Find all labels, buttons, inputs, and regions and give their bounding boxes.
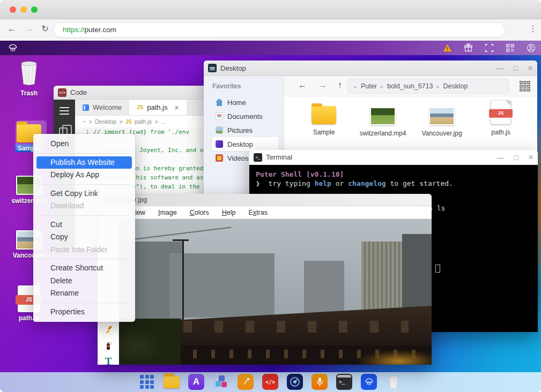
menu-item-cut[interactable]: Cut bbox=[33, 218, 135, 231]
qr-code-icon[interactable] bbox=[506, 43, 515, 52]
forward-icon[interactable]: → bbox=[318, 80, 327, 90]
menu-item-download[interactable]: Download bbox=[33, 200, 135, 213]
menu-item-delete[interactable]: Delete bbox=[33, 275, 135, 288]
minimize-window-button[interactable] bbox=[20, 6, 27, 13]
terminal-titlebar[interactable]: >_ Terminal — □ × bbox=[249, 150, 538, 165]
browser-menu-icon[interactable]: ⋮ bbox=[528, 24, 538, 34]
menu-item-paste-into-folder[interactable]: Paste Into Folder bbox=[33, 244, 135, 257]
address-bar[interactable]: https://puter.com bbox=[54, 22, 505, 37]
menu-item-properties[interactable]: Properties bbox=[33, 306, 135, 319]
terminal-title: Terminal bbox=[266, 153, 292, 161]
terminal-cursor bbox=[435, 265, 440, 273]
browser-titlebar[interactable] bbox=[0, 0, 541, 19]
sidebar-item-desktop[interactable]: Desktop bbox=[212, 137, 278, 151]
gift-icon[interactable] bbox=[464, 43, 473, 52]
spray-tool-icon[interactable] bbox=[98, 341, 119, 352]
menu-item-create-shortcut[interactable]: Create Shortcut bbox=[33, 262, 135, 275]
menu-image[interactable]: Image bbox=[158, 209, 177, 216]
desktop-icon-trash[interactable]: Trash bbox=[3, 61, 55, 97]
menu-separator bbox=[39, 184, 130, 185]
text-editor-icon[interactable]: A bbox=[188, 374, 204, 390]
sidebar-item-documents[interactable]: Documents bbox=[212, 109, 278, 123]
account-icon[interactable] bbox=[527, 43, 536, 52]
photo-canvas[interactable] bbox=[119, 219, 432, 365]
files-toolbar: ← → ↑ ▸ Puter ▸ bold_sun_5713 ▸ Desktop bbox=[284, 76, 537, 96]
desktop-folder-icon bbox=[208, 64, 217, 72]
files-window-titlebar[interactable]: Desktop — □ × bbox=[204, 61, 537, 76]
tab-pathjs[interactable]: JS path.js × bbox=[129, 100, 187, 115]
tab-welcome[interactable]: Welcome bbox=[75, 100, 129, 115]
sidebar-item-pictures[interactable]: Pictures bbox=[212, 123, 278, 137]
chevron-icon: ▸ bbox=[436, 84, 439, 89]
text-tool-icon[interactable]: T bbox=[98, 356, 119, 367]
app-launcher-icon[interactable] bbox=[139, 374, 155, 390]
file-item-pathjs[interactable]: JS path.js bbox=[474, 101, 528, 136]
close-icon[interactable]: × bbox=[528, 64, 533, 73]
maximize-icon[interactable]: □ bbox=[514, 64, 518, 72]
menu-item-rename[interactable]: Rename bbox=[33, 287, 135, 300]
shell-hint-line: ❯ try typing help or changelog to get st… bbox=[256, 179, 538, 188]
files-window-title: Desktop bbox=[220, 64, 246, 72]
desktop-icon bbox=[216, 140, 223, 148]
menu-help[interactable]: Help bbox=[222, 209, 236, 216]
shell-banner: Puter Shell [v0.1.10] bbox=[256, 170, 538, 179]
fullscreen-icon[interactable] bbox=[485, 43, 494, 52]
maximize-icon[interactable]: □ bbox=[514, 154, 518, 161]
photo-lamp-post bbox=[182, 239, 184, 325]
zoom-window-button[interactable] bbox=[31, 6, 38, 13]
browser-toolbar: ← → ↻ https://puter.com ⋮ bbox=[0, 19, 541, 41]
chevron-icon: ▸ bbox=[354, 84, 357, 89]
code-app-icon[interactable]: </> bbox=[262, 374, 278, 390]
blocks-app-icon[interactable] bbox=[213, 374, 229, 390]
close-tab-icon[interactable]: × bbox=[175, 103, 179, 112]
voice-recorder-icon[interactable] bbox=[312, 374, 328, 390]
menu-extras[interactable]: Extras bbox=[249, 209, 268, 216]
menu-item-publish-as-website[interactable]: Publish As Website bbox=[36, 156, 132, 169]
puter-taskbar bbox=[0, 41, 541, 55]
js-file-icon: JS bbox=[491, 101, 511, 124]
close-window-button[interactable] bbox=[10, 6, 16, 13]
minimize-icon[interactable]: — bbox=[497, 154, 505, 161]
minimize-icon[interactable]: — bbox=[496, 64, 504, 72]
document-icon bbox=[216, 112, 223, 120]
file-item-sample[interactable]: Sample bbox=[297, 106, 351, 136]
menu-colors[interactable]: Colors bbox=[190, 209, 209, 216]
back-icon[interactable]: ← bbox=[5, 24, 18, 34]
dock: A </> >_ bbox=[139, 374, 402, 390]
camera-app-icon[interactable] bbox=[287, 374, 303, 390]
file-manager-icon[interactable] bbox=[164, 374, 180, 390]
puter-logo-icon[interactable] bbox=[8, 43, 18, 53]
breadcrumb[interactable]: ▸ Puter ▸ bold_sun_5713 ▸ Desktop bbox=[347, 79, 509, 94]
puter-app-icon[interactable] bbox=[361, 374, 377, 390]
brush-tool-icon[interactable] bbox=[98, 325, 119, 336]
viewer-titlebar[interactable]: Vancouver.jpg — □ × bbox=[98, 194, 432, 206]
code-app-icon: </> bbox=[58, 88, 66, 97]
close-icon[interactable]: × bbox=[528, 153, 533, 162]
sidebar-item-home[interactable]: Home bbox=[212, 95, 278, 109]
image-thumbnail bbox=[429, 107, 455, 125]
file-item-switzerland[interactable]: switzerland.mp4 bbox=[356, 107, 410, 137]
welcome-tab-icon bbox=[83, 104, 89, 111]
forward-icon[interactable]: → bbox=[23, 24, 35, 34]
warning-icon[interactable] bbox=[443, 43, 452, 52]
up-icon[interactable]: ↑ bbox=[338, 80, 342, 90]
menu-item-deploy-as-app[interactable]: Deploy As App bbox=[33, 169, 135, 182]
menu-item-open[interactable]: Open bbox=[33, 138, 135, 150]
paint-app-icon[interactable] bbox=[238, 374, 254, 390]
menu-item-get-copy-link[interactable]: Get Copy Link bbox=[33, 187, 135, 200]
photo-golden-foliage bbox=[323, 348, 432, 365]
video-icon bbox=[216, 154, 223, 162]
menu-separator bbox=[39, 259, 130, 259]
reload-icon[interactable]: ↻ bbox=[39, 24, 51, 34]
dock-trash-icon[interactable] bbox=[386, 374, 402, 390]
puter-desktop[interactable]: Trash Sample switzerland Vancouver JS pa… bbox=[0, 55, 541, 392]
image-viewer-window: Vancouver.jpg — □ × View Image Colors He… bbox=[98, 194, 432, 365]
file-item-vancouver[interactable]: Vancouver.jpg bbox=[415, 107, 469, 137]
terminal-app-icon[interactable]: >_ bbox=[336, 374, 352, 390]
hamburger-menu-icon[interactable] bbox=[60, 107, 69, 117]
picture-icon bbox=[216, 126, 223, 134]
folder-icon bbox=[312, 106, 336, 124]
grid-view-icon[interactable] bbox=[519, 80, 531, 92]
menu-item-copy[interactable]: Copy bbox=[33, 231, 135, 244]
back-icon[interactable]: ← bbox=[298, 80, 307, 90]
